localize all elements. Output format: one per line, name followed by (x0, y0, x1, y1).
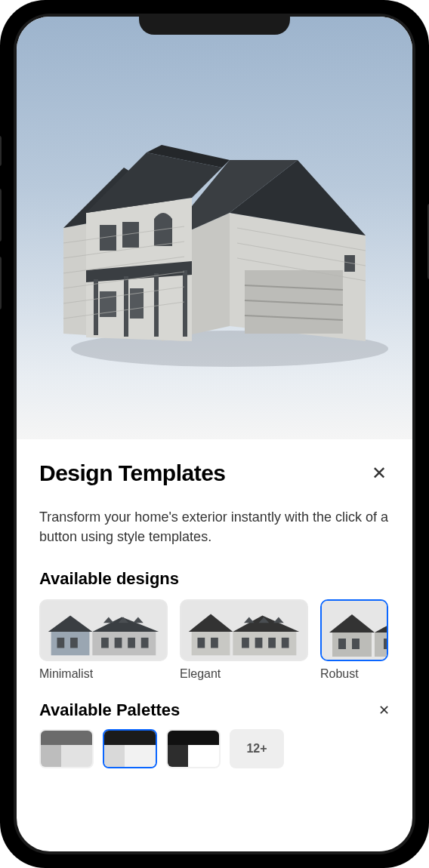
svg-rect-19 (183, 270, 187, 337)
panel-description: Transform your home's exterior instantly… (39, 507, 390, 546)
design-card-minimalist[interactable]: Minimalist (39, 599, 168, 681)
phone-screen: Design Templates ✕ Transform your home's… (17, 17, 412, 851)
svg-rect-67 (338, 639, 346, 649)
svg-rect-55 (242, 638, 249, 648)
palette-swatch-2[interactable] (166, 729, 221, 768)
design-thumb[interactable] (39, 599, 168, 661)
swatch-cell (104, 745, 125, 767)
palettes-header: Available Palettes ✕ (39, 700, 390, 720)
design-card-robust[interactable]: Robust (320, 599, 388, 681)
svg-rect-40 (70, 638, 78, 648)
phone-side-button (0, 136, 2, 166)
swatch-cell (168, 745, 188, 767)
available-designs-heading: Available designs (39, 569, 390, 589)
house-3d-model (41, 115, 388, 371)
design-label: Minimalist (39, 667, 168, 681)
swatch-cell (41, 745, 61, 767)
palettes-row: 12+ (39, 729, 390, 768)
svg-rect-44 (141, 638, 149, 648)
svg-rect-54 (211, 638, 218, 648)
swatch-cell (104, 731, 156, 745)
design-panel: Design Templates ✕ Transform your home's… (17, 439, 412, 768)
svg-rect-69 (384, 639, 388, 649)
svg-rect-57 (268, 638, 276, 648)
svg-rect-41 (101, 638, 109, 648)
svg-rect-68 (352, 639, 360, 649)
design-card-elegant[interactable]: Elegant (180, 599, 308, 681)
available-palettes-heading: Available Palettes (39, 700, 180, 720)
panel-title: Design Templates (39, 460, 226, 486)
swatch-cell (168, 731, 219, 745)
design-thumb[interactable] (320, 599, 388, 661)
palette-swatch-1[interactable] (103, 729, 157, 768)
svg-rect-58 (282, 638, 289, 648)
svg-rect-42 (115, 638, 122, 648)
palette-swatch-0[interactable] (39, 729, 94, 768)
svg-rect-18 (154, 273, 159, 337)
svg-rect-56 (255, 638, 263, 648)
phone-bezel: Design Templates ✕ Transform your home's… (14, 14, 415, 854)
panel-header: Design Templates ✕ (39, 460, 390, 486)
svg-rect-43 (128, 638, 135, 648)
svg-rect-37 (51, 632, 90, 655)
designs-row: Minimalist (39, 599, 390, 681)
swatch-cell (61, 745, 92, 767)
palette-more-button[interactable]: 12+ (230, 729, 284, 768)
close-icon[interactable]: ✕ (369, 463, 390, 484)
house-3d-viewport[interactable] (17, 17, 412, 439)
svg-rect-22 (154, 219, 172, 246)
design-thumb[interactable] (180, 599, 308, 661)
svg-rect-16 (94, 279, 98, 335)
svg-rect-53 (197, 638, 205, 648)
svg-rect-39 (57, 638, 64, 648)
phone-notch (139, 14, 290, 35)
phone-volume-down (0, 257, 2, 309)
close-icon[interactable]: ✕ (378, 702, 390, 719)
swatch-cell (125, 745, 156, 767)
svg-rect-17 (124, 276, 128, 337)
swatch-cell (188, 745, 219, 767)
phone-volume-up (0, 189, 2, 242)
swatch-cell (41, 731, 92, 745)
design-label: Elegant (180, 667, 308, 681)
phone-frame: Design Templates ✕ Transform your home's… (0, 0, 429, 868)
design-label: Robust (320, 667, 388, 681)
